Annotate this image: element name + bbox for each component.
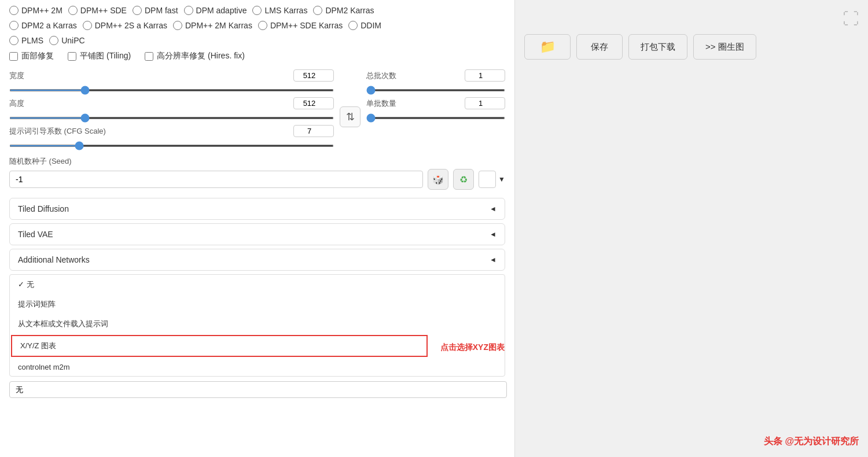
left-sliders: 宽度 高度 提示词引导系数 (CFG Scale) [9,69,334,153]
height-row: 高度 [9,97,334,109]
sampler-row-2: DPM2 a Karras DPM++ 2S a Karras DPM++ 2M… [9,21,505,30]
seed-extra-box [479,171,496,188]
dropdown-xyz-row: X/Y/Z 图表 点击选择XYZ图表 [10,334,505,358]
width-input[interactable] [293,69,334,82]
cfg-row: 提示词引导系数 (CFG Scale) [9,125,334,137]
checkbox-hires-fix[interactable]: 高分辨率修复 (Hires. fix) [145,51,245,61]
additional-networks-header[interactable]: Additional Networks ◄ [10,249,505,270]
batch-count-input[interactable] [465,69,505,82]
folder-button[interactable]: 📁 [524,34,571,60]
seed-extra: ▼ [479,171,505,188]
sampler-plms[interactable]: PLMS [9,36,43,45]
tiled-vae-arrow-icon: ◄ [490,230,496,238]
cfg-label: 提示词引导系数 (CFG Scale) [9,126,106,137]
additional-networks-arrow-icon: ◄ [490,256,496,264]
seed-section: 随机数种子 (Seed) 🎲 ♻ ▼ [9,156,505,190]
cfg-slider[interactable] [9,145,334,147]
tiled-diffusion-header[interactable]: Tiled Diffusion ◄ [10,198,505,219]
dropdown-item-none[interactable]: 无 [10,275,505,294]
tiled-diffusion-section: Tiled Diffusion ◄ [9,198,505,220]
sampler-dpmsde[interactable]: DPM++ SDE [68,6,127,15]
tiled-vae-header[interactable]: Tiled VAE ◄ [10,224,505,245]
sliders-section: 宽度 高度 提示词引导系数 (CFG Scale) [9,69,505,153]
sampler-row-1: DPM++ 2M DPM++ SDE DPM fast DPM adaptive… [9,6,505,15]
image-preview-area: ⛶ [524,9,859,28]
sampler-dpmfast[interactable]: DPM fast [133,6,178,15]
tiled-vae-section: Tiled VAE ◄ [9,223,505,245]
sampler-lmskarras[interactable]: LMS Karras [252,6,307,15]
height-label: 高度 [9,98,24,109]
height-slider[interactable] [9,117,334,119]
select-row: 无 ▼ [9,381,505,398]
select-wrapper: 无 [9,381,507,398]
action-buttons: 📁 保存 打包下载 >> 圈生图 [524,34,756,60]
sampler-ddim[interactable]: DDIM [348,21,381,30]
sampler-dppsdekarras[interactable]: DPM++ SDE Karras [258,21,343,30]
seed-input[interactable] [9,171,423,188]
folder-icon: 📁 [540,39,556,54]
pack-download-button[interactable]: 打包下载 [628,34,687,60]
batch-size-label: 单批数量 [366,98,396,109]
batch-size-slider[interactable] [366,117,505,119]
batch-count-row: 总批次数 [366,69,505,82]
dropdown-arrow-icon[interactable]: ▼ [498,175,505,183]
image-placeholder-icon: ⛶ [843,9,859,28]
watermark-section: 头条 @无为设计研究所 [524,424,859,448]
dropdown-menu: 无 提示词矩阵 从文本框或文件载入提示词 X/Y/Z 图表 点击选择XYZ图表 … [9,274,505,377]
height-input[interactable] [293,97,334,109]
width-label: 宽度 [9,71,24,81]
checkboxes-row: 面部修复 平铺图 (Tiling) 高分辨率修复 (Hires. fix) [9,51,505,61]
watermark-text: 头条 @无为设计研究所 [524,436,859,448]
additional-networks-section: Additional Networks ◄ [9,249,505,271]
additional-networks-label: Additional Networks [18,255,90,264]
dropdown-item-text-file[interactable]: 从文本框或文件载入提示词 [10,314,505,334]
cfg-input[interactable] [293,125,334,137]
seed-recycle-button[interactable]: ♻ [453,169,474,190]
swap-dimensions-button[interactable]: ⇅ [340,106,361,127]
tiled-diffusion-label: Tiled Diffusion [18,204,69,213]
swap-icon: ⇅ [346,110,355,123]
width-slider[interactable] [9,89,334,91]
batch-count-slider[interactable] [366,89,505,91]
batch-count-label: 总批次数 [366,71,396,81]
batch-size-input[interactable] [465,97,505,109]
dropdown-item-controlnet[interactable]: controlnet m2m [10,358,505,376]
sampler-dpp2sakarras[interactable]: DPM++ 2S a Karras [83,21,167,30]
seed-row: 🎲 ♻ ▼ [9,169,505,190]
right-sliders: 总批次数 单批数量 [366,69,505,153]
tiled-vae-label: Tiled VAE [18,230,53,239]
dice-icon: 🎲 [432,174,444,185]
sampler-row-3: PLMS UniPC [9,36,505,45]
dropdown-note: 点击选择XYZ图表 [440,342,505,353]
batch-size-row: 单批数量 [366,97,505,109]
circle-to-image-button[interactable]: >> 圈生图 [693,34,756,60]
save-button[interactable]: 保存 [576,34,623,60]
checkbox-tiling[interactable]: 平铺图 (Tiling) [68,51,131,61]
sampler-dpm2akarras[interactable]: DPM2 a Karras [9,21,77,30]
width-row: 宽度 [9,69,334,82]
sampler-unipc[interactable]: UniPC [49,36,84,45]
sampler-dpm2karras[interactable]: DPM2 Karras [313,6,374,15]
seed-label: 随机数种子 (Seed) [9,156,505,167]
sampler-dpp2mkarras[interactable]: DPM++ 2M Karras [173,21,252,30]
dropdown-item-prompt-matrix[interactable]: 提示词矩阵 [10,294,505,314]
recycle-icon: ♻ [459,174,468,185]
tiled-diffusion-arrow-icon: ◄ [490,205,496,213]
sampler-dpm2m[interactable]: DPM++ 2M [9,6,62,15]
checkbox-face-restore[interactable]: 面部修复 [9,51,54,61]
dropdown-item-xyz[interactable]: X/Y/Z 图表 [11,335,428,357]
right-panel: ⛶ 📁 保存 打包下载 >> 圈生图 头条 @无为设计研究所 [515,0,868,457]
seed-dice-button[interactable]: 🎲 [428,169,448,190]
sampler-dpmadaptive[interactable]: DPM adaptive [184,6,247,15]
select-box[interactable]: 无 [9,381,507,398]
